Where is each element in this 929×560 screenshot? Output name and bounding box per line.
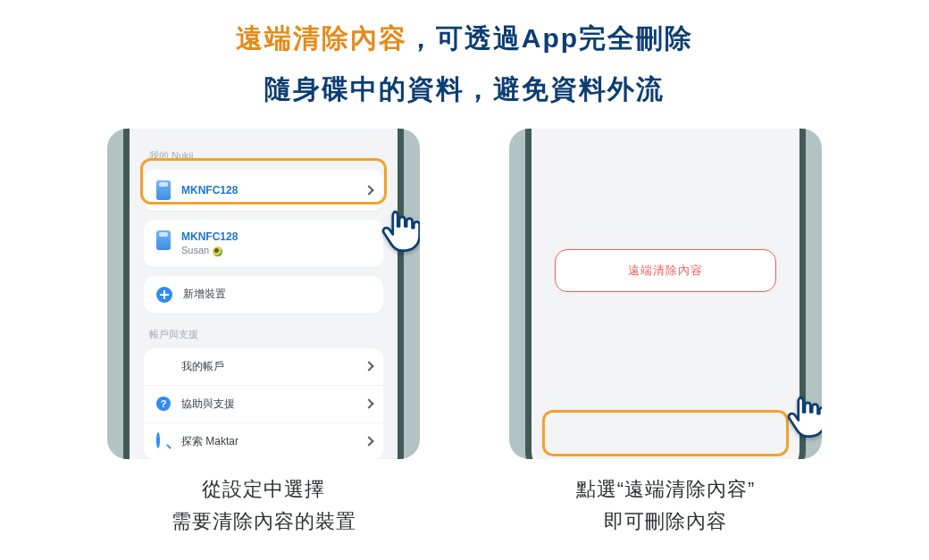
user-icon <box>156 359 171 373</box>
panel-right: 共用的使用者 jacky@maktar.com susan@maktar.com <box>509 129 822 539</box>
avocado-icon <box>213 247 222 256</box>
help-support-row[interactable]: ? 協助與支援 <box>144 385 383 422</box>
device-card-2[interactable]: MKNFC128 Susan <box>144 220 383 267</box>
phone-frame-left: 我的 Nukii MKNFC128 MKNFC128 <box>123 129 404 459</box>
caption-right: 點選“遠端清除內容” 即可刪除內容 <box>509 473 822 539</box>
device-icon <box>156 230 171 250</box>
my-account-row[interactable]: 我的帳戶 <box>144 348 383 385</box>
phone-screenshot-right: 共用的使用者 jacky@maktar.com susan@maktar.com <box>509 129 822 459</box>
explore-maktar-label: 探索 Maktar <box>181 434 239 449</box>
caption-left: 從設定中選擇 需要清除內容的裝置 <box>107 473 420 539</box>
highlight-box <box>542 410 789 456</box>
title-line2: 隨身碟中的資料，避免資料外流 <box>0 63 929 114</box>
title-rest: ，可透過App完全刪除 <box>407 23 693 53</box>
cursor-hand-icon <box>779 389 822 441</box>
device-name: MKNFC128 <box>181 230 238 243</box>
panel-left: 我的 Nukii MKNFC128 MKNFC128 <box>107 129 420 539</box>
plus-icon <box>156 287 172 303</box>
section-account-support: 帳戶與支援 <box>144 322 383 348</box>
explore-maktar-row[interactable]: 探索 Maktar <box>144 422 383 459</box>
cursor-hand-icon <box>373 204 420 255</box>
chevron-right-icon <box>364 398 373 408</box>
help-icon: ? <box>156 397 171 411</box>
phone-screenshot-left: 我的 Nukii MKNFC128 MKNFC128 <box>107 129 420 459</box>
page-title: 遠端清除內容，可透過App完全刪除 隨身碟中的資料，避免資料外流 <box>0 0 929 114</box>
panels: 我的 Nukii MKNFC128 MKNFC128 <box>0 129 929 539</box>
phone-frame-right: 共用的使用者 jacky@maktar.com susan@maktar.com <box>525 129 806 459</box>
device-owner: Susan <box>181 245 238 256</box>
chevron-right-icon <box>364 436 373 446</box>
add-device-card[interactable]: 新增裝置 <box>144 276 383 313</box>
account-support-card: 我的帳戶 ? 協助與支援 探索 Maktar <box>144 348 383 459</box>
title-highlight: 遠端清除內容 <box>236 23 407 53</box>
highlight-box <box>140 158 387 205</box>
remote-wipe-button[interactable]: 遠端清除內容 <box>555 249 776 292</box>
help-support-label: 協助與支援 <box>181 397 235 412</box>
my-account-label: 我的帳戶 <box>181 359 224 374</box>
add-device-label: 新增裝置 <box>183 287 226 302</box>
search-icon <box>156 434 171 448</box>
chevron-right-icon <box>364 361 373 371</box>
